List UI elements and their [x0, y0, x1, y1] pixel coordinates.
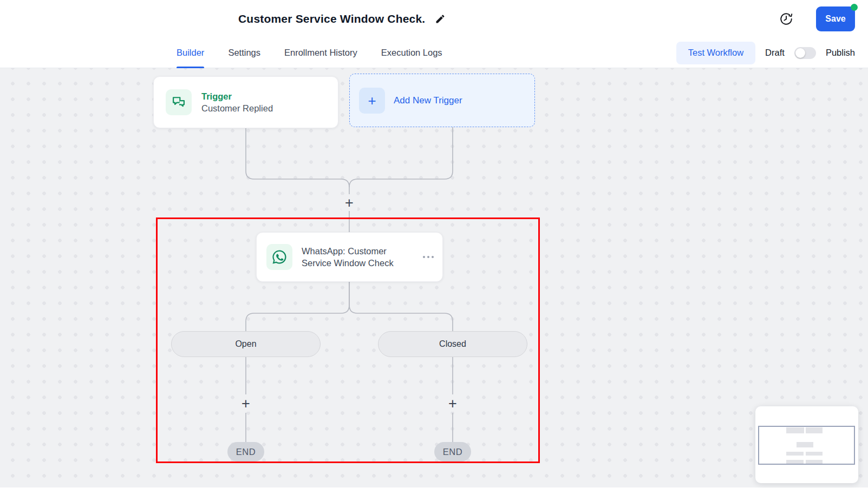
trigger-name-label: Customer Replied [201, 103, 273, 114]
whatsapp-icon-square [266, 244, 292, 270]
publish-label: Publish [826, 48, 855, 58]
plus-icon: + [368, 94, 376, 108]
node-more-menu-icon[interactable] [422, 253, 435, 261]
history-clock-icon[interactable] [779, 12, 793, 26]
minimap[interactable] [755, 406, 858, 483]
minimap-viewport[interactable] [758, 426, 855, 465]
trigger-node[interactable]: Trigger Customer Replied [153, 76, 338, 128]
tabbar-actions: Test Workflow Draft Publish [676, 37, 855, 68]
trigger-node-text: Trigger Customer Replied [201, 91, 273, 114]
whatsapp-icon [271, 249, 288, 265]
tabs: Builder Settings Enrollment History Exec… [177, 37, 442, 68]
workflow-title-group: Customer Service Window Check. [238, 0, 446, 37]
save-button-label: Save [825, 14, 845, 23]
unsaved-changes-badge [851, 4, 858, 11]
draft-publish-toggle[interactable] [794, 47, 816, 59]
toggle-knob [795, 48, 805, 58]
tab-enrollment-history[interactable]: Enrollment History [284, 37, 357, 68]
edit-title-icon[interactable] [435, 14, 446, 24]
add-step-button-closed-branch[interactable]: + [445, 395, 461, 412]
header-actions: Save [779, 0, 855, 37]
tab-settings[interactable]: Settings [228, 37, 260, 68]
add-step-button[interactable]: + [341, 195, 357, 211]
add-new-trigger-label: Add New Trigger [394, 95, 462, 106]
branch-open[interactable]: Open [171, 331, 321, 357]
test-workflow-button[interactable]: Test Workflow [676, 42, 755, 64]
add-step-button-open-branch[interactable]: + [238, 395, 254, 412]
workflow-canvas[interactable]: Trigger Customer Replied + Add New Trigg… [0, 68, 868, 487]
plus-icon-square: + [359, 88, 385, 114]
branch-closed[interactable]: Closed [378, 331, 527, 357]
draft-label: Draft [765, 48, 785, 58]
add-new-trigger-button[interactable]: + Add New Trigger [349, 74, 535, 127]
end-node-open-branch: END [227, 442, 264, 461]
header: Customer Service Window Check. Save [0, 0, 868, 37]
end-node-closed-branch: END [434, 442, 471, 461]
whatsapp-action-node[interactable]: WhatsApp: Customer Service Window Check [256, 232, 443, 282]
tab-bar: Builder Settings Enrollment History Exec… [0, 37, 868, 68]
tab-builder[interactable]: Builder [177, 37, 204, 68]
tab-execution-logs[interactable]: Execution Logs [381, 37, 442, 68]
chat-bubbles-icon [171, 95, 186, 110]
trigger-type-label: Trigger [201, 91, 273, 102]
trigger-icon-square [166, 89, 192, 115]
save-button[interactable]: Save [816, 6, 855, 31]
page-title: Customer Service Window Check. [238, 12, 425, 25]
whatsapp-node-title: WhatsApp: Customer Service Window Check [302, 245, 413, 269]
